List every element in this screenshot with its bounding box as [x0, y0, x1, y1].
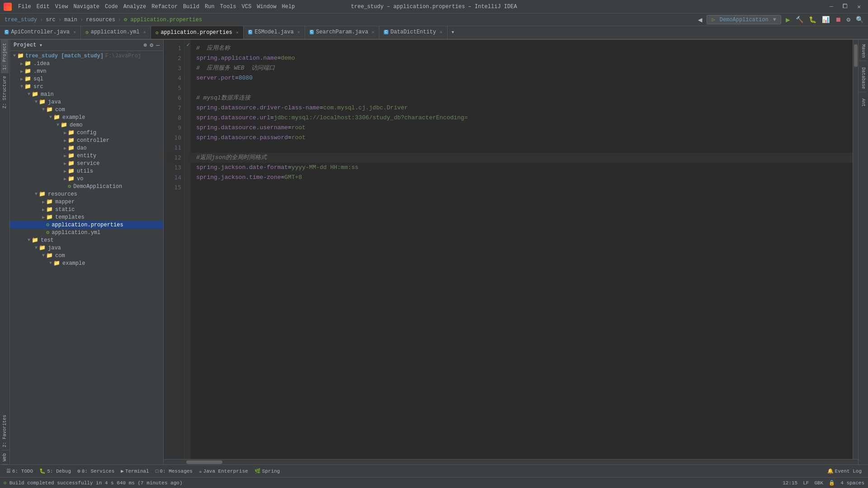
tree-item-templates[interactable]: 📁 templates [10, 213, 163, 221]
status-terminal[interactable]: ▶ Terminal [118, 467, 151, 475]
panel-tab-favorites[interactable]: 2: Favorites [1, 412, 9, 450]
breadcrumb-main[interactable]: main [64, 17, 77, 23]
project-collapse-btn[interactable]: — [156, 42, 160, 49]
encoding[interactable]: GBK [814, 480, 823, 486]
tab-esmodel[interactable]: C ESModel.java ✕ [244, 26, 305, 39]
tree-item-vo[interactable]: 📁 vo [10, 175, 163, 183]
tree-item-mvn[interactable]: 📁 .mvn [10, 67, 163, 75]
breadcrumb-resources[interactable]: resources [86, 17, 115, 23]
tab-datadictentity[interactable]: C DataDictEntity ✕ [379, 26, 447, 39]
tree-item-sql[interactable]: 📁 sql [10, 75, 163, 83]
tree-item-demo[interactable]: 📁 demo [10, 121, 163, 129]
scrollbar-thumb[interactable] [854, 44, 858, 67]
tree-item-utils[interactable]: 📁 utils [10, 167, 163, 175]
menu-run[interactable]: Run [203, 3, 217, 11]
tree-item-java[interactable]: 📁 java [10, 98, 163, 106]
project-gear-btn[interactable]: ⚙ [150, 42, 153, 49]
project-panel-arrow[interactable]: ▾ [39, 42, 42, 49]
tree-item-root[interactable]: 📁 tree_study [match_study] F:\JavaProj [10, 52, 163, 60]
run-btn[interactable]: ▶ [786, 15, 790, 24]
menu-file[interactable]: File [16, 3, 33, 11]
right-tab-ant[interactable]: Ant [859, 96, 867, 109]
tab-close-yml[interactable]: ✕ [143, 29, 146, 35]
right-tab-database[interactable]: Database [859, 65, 867, 92]
status-services[interactable]: ⚙ 8: Services [75, 467, 117, 475]
build-btn[interactable]: 🔨 [796, 16, 803, 23]
tree-item-test[interactable]: 📁 test [10, 236, 163, 244]
minimize-btn[interactable]: — [826, 3, 837, 10]
project-scope-btn[interactable]: ⊕ [144, 42, 147, 49]
tree-item-entity[interactable]: 📁 entity [10, 152, 163, 160]
debug-btn[interactable]: 🐛 [809, 16, 816, 23]
tree-item-java-test[interactable]: 📁 java [10, 244, 163, 252]
search-everywhere-btn[interactable]: 🔍 [856, 16, 863, 23]
breadcrumb-project[interactable]: tree_study [5, 17, 37, 23]
toolbar-back[interactable]: ◀ [698, 15, 703, 24]
tab-close-apicontroller[interactable]: ✕ [73, 29, 76, 35]
breadcrumb-src[interactable]: src [46, 17, 56, 23]
tab-close-properties[interactable]: ✕ [236, 30, 239, 35]
menu-vcs[interactable]: VCS [240, 3, 254, 11]
tree-item-example-test[interactable]: 📁 example [10, 259, 163, 267]
panel-tab-web[interactable]: Web [1, 450, 9, 465]
menu-help[interactable]: Help [280, 3, 297, 11]
tree-item-dao[interactable]: 📁 dao [10, 144, 163, 152]
close-btn[interactable]: ✕ [854, 3, 864, 10]
lock-icon[interactable]: 🔒 [829, 480, 835, 486]
tree-item-appyml[interactable]: ⚙ application.yml [10, 229, 163, 236]
tab-applicationproperties[interactable]: ⚙ application.properties ✕ [151, 26, 244, 39]
h-scroll-thumb[interactable] [186, 460, 222, 464]
menu-refactor[interactable]: Refactor [150, 3, 179, 11]
line-ending[interactable]: LF [803, 480, 809, 486]
tree-item-main[interactable]: 📁 main [10, 90, 163, 98]
tree-item-example[interactable]: 📁 example [10, 113, 163, 121]
status-todo[interactable]: ☰ 6: TODO [4, 467, 36, 475]
indent-setting[interactable]: 4 spaces [840, 480, 864, 486]
menu-edit[interactable]: Edit [35, 3, 52, 11]
tab-close-esmodel[interactable]: ✕ [297, 29, 300, 35]
right-tab-maven[interactable]: Maven [859, 42, 867, 61]
tab-apicontroller[interactable]: C ApiController.java ✕ [0, 26, 81, 39]
coverage-btn[interactable]: 📊 [822, 16, 830, 23]
tree-item-static[interactable]: 📁 static [10, 206, 163, 213]
run-config-dropdown[interactable]: ▷ DemoApplication ▼ [707, 15, 781, 24]
tree-item-resources[interactable]: 📁 resources [10, 190, 163, 198]
tree-item-service[interactable]: 📁 service [10, 160, 163, 167]
tree-item-idea[interactable]: 📁 .idea [10, 60, 163, 67]
panel-tab-structure[interactable]: Z: Structure [1, 73, 9, 111]
code-area[interactable]: 12345 678910 1112131415 ✓ # 应用名称 spring.… [164, 40, 858, 459]
tree-item-appproperties[interactable]: ⚙ application.properties [10, 221, 163, 229]
tab-close-searchparam[interactable]: ✕ [372, 29, 374, 35]
menu-code[interactable]: Code [103, 3, 120, 11]
menu-window[interactable]: Window [255, 3, 278, 11]
status-javaenterprise[interactable]: ☕ Java Enterprise [196, 467, 251, 475]
stop-btn[interactable]: ⏹ [835, 16, 841, 23]
status-messages[interactable]: □ 0: Messages [153, 468, 195, 475]
breadcrumb-file[interactable]: ⚙ application.properties [124, 16, 202, 23]
tree-item-com[interactable]: 📁 com [10, 106, 163, 113]
menu-build[interactable]: Build [181, 3, 201, 11]
tree-item-config[interactable]: 📁 config [10, 129, 163, 136]
status-debug[interactable]: 🐛 5: Debug [37, 467, 74, 475]
editor-scrollbar[interactable] [853, 40, 858, 459]
horizontal-scrollbar[interactable] [164, 459, 858, 465]
tree-item-src[interactable]: 📁 src [10, 83, 163, 90]
settings-btn2[interactable]: ⚙ [847, 16, 850, 23]
tree-item-com-test[interactable]: 📁 com [10, 252, 163, 259]
tab-searchparam[interactable]: C SearchParam.java ✕ [305, 26, 380, 39]
tab-close-datadictentity[interactable]: ✕ [440, 29, 443, 35]
panel-tab-project[interactable]: 1: Project [1, 40, 9, 73]
status-eventlog[interactable]: 🔔 Event Log [825, 467, 864, 475]
tree-item-mapper[interactable]: 📁 mapper [10, 198, 163, 206]
menu-tools[interactable]: Tools [218, 3, 238, 11]
tree-item-demoapplication[interactable]: ⚙ DemoApplication [10, 183, 163, 190]
tab-applicationyml[interactable]: ⚙ application.yml ✕ [81, 26, 151, 39]
menu-navigate[interactable]: Navigate [71, 3, 101, 11]
tab-overflow[interactable]: ▾ [448, 26, 458, 39]
menu-view[interactable]: View [53, 3, 70, 11]
maximize-btn[interactable]: ⧠ [839, 3, 852, 10]
tree-item-controller[interactable]: 📁 controller [10, 136, 163, 144]
code-content[interactable]: # 应用名称 spring.application.name=demo # 应用… [191, 40, 853, 459]
menu-analyze[interactable]: Analyze [122, 3, 148, 11]
status-spring[interactable]: 🌿 Spring [252, 467, 283, 475]
